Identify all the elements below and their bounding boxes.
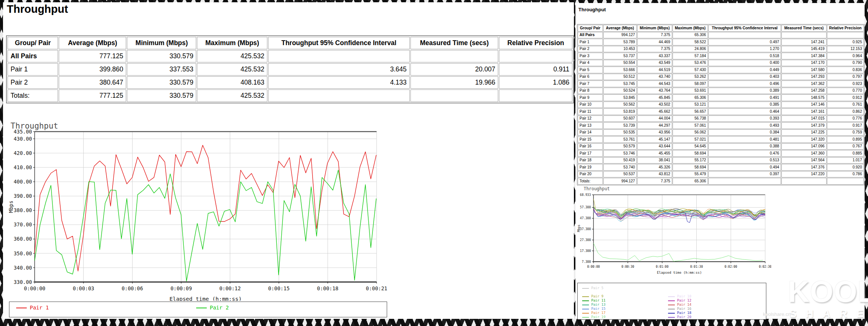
value-cell: 24.806 [673, 46, 708, 53]
row-label-cell: Pair 10 [578, 102, 603, 108]
report-table: Group/ PairAverage (Mbps)Minimum (Mbps)M… [6, 35, 574, 103]
value-cell: 53.666 [603, 67, 637, 73]
table-row: Pair 210.4537.37524.8061.270145.41912.15… [578, 46, 864, 53]
value-cell: 147.170 [781, 60, 826, 67]
svg-text:400.00: 400.00 [14, 179, 32, 185]
svg-text:0:02:30: 0:02:30 [759, 265, 771, 268]
value-cell: 7.375 [637, 32, 672, 39]
value-cell: 53.262 [673, 74, 708, 80]
value-cell [268, 89, 410, 102]
value-cell: 147.225 [781, 129, 826, 136]
value-cell: 1.017 [827, 157, 864, 164]
value-cell: 43.764 [637, 88, 672, 94]
svg-text:27.300: 27.300 [580, 238, 591, 242]
legend-label: Pair 5 [591, 286, 604, 290]
value-cell [781, 32, 826, 39]
row-label-cell: Pair 15 [578, 136, 603, 143]
chart-title: Throughput [11, 121, 58, 130]
svg-text:0:00:09: 0:00:09 [171, 285, 192, 291]
value-cell: 50.607 [603, 115, 637, 122]
value-cell: 147.161 [781, 108, 826, 115]
table-row: Pair 650.51243.74053.2620.403147.2930.79… [578, 74, 864, 80]
legend-line-swatch [582, 309, 589, 309]
table-header-cell: Relative Precision [827, 25, 864, 32]
chart-legend-small: Pair 5Pair 9Pair 11Pair 13Pair 15Pair 17… [577, 283, 766, 320]
row-label-cell: Totals: [8, 89, 58, 102]
value-cell: 57.430 [673, 67, 708, 73]
table-row: Totals:994.1277.37565.306 [578, 178, 864, 185]
value-cell: 44.543 [637, 80, 672, 87]
table-header-row: Group/ PairAverage (Mbps)Minimum (Mbps)M… [578, 25, 864, 32]
value-cell: 425.532 [197, 89, 267, 102]
svg-text:0:00:00: 0:00:00 [587, 265, 600, 268]
value-cell: 43.956 [637, 129, 672, 136]
row-label-cell: Totals: [578, 178, 603, 185]
legend-label: Pair 18 [677, 311, 691, 315]
value-cell: 0.786 [827, 171, 864, 178]
value-cell [268, 50, 410, 62]
legend-entry-pair-13: Pair 13 [582, 303, 606, 306]
value-cell: 147.293 [781, 74, 826, 80]
value-cell: 145.419 [781, 46, 826, 53]
value-cell: 53.737 [603, 53, 637, 59]
value-cell: 0.767 [827, 143, 864, 150]
value-cell: 43.502 [637, 102, 672, 108]
legend-entry-pair-9: Pair 9 [582, 294, 604, 298]
legend-label: Pair 11 [591, 299, 606, 302]
svg-text:350.00: 350.00 [14, 250, 32, 256]
throughput-chart-large: 435.00430.00420.00410.00400.00390.00380.… [7, 120, 387, 301]
value-cell: 0.770 [827, 88, 864, 94]
row-label-cell: All Pairs [578, 32, 603, 39]
value-cell: 0.917 [827, 122, 864, 129]
svg-text:390.00: 390.00 [14, 193, 32, 199]
value-cell [410, 89, 499, 102]
legend-line-swatch [582, 296, 589, 297]
legend-line-swatch [582, 300, 589, 301]
value-cell: 994.127 [603, 178, 637, 185]
value-cell: 0.384 [708, 129, 781, 136]
value-cell: 0.388 [708, 143, 781, 150]
row-label-cell: Pair 6 [578, 74, 603, 80]
value-cell: 58.522 [673, 39, 708, 45]
svg-text:410.00: 410.00 [14, 164, 32, 170]
legend-entry-pair-11: Pair 11 [582, 299, 606, 302]
row-label-cell: Pair 5 [578, 67, 603, 73]
svg-text:330.00: 330.00 [14, 279, 32, 285]
value-cell: 10.453 [603, 46, 637, 53]
chart-legend-large: Pair 1Pair 2 [9, 302, 387, 317]
watermark-brand-top: KOOL [788, 277, 868, 307]
value-cell: 147.096 [781, 143, 826, 150]
value-cell: 50.512 [603, 74, 637, 80]
value-cell [499, 50, 572, 62]
value-cell: 57.021 [673, 136, 708, 143]
value-cell: 56.657 [673, 108, 708, 115]
value-cell: 399.860 [59, 63, 126, 76]
table-header-cell: Average (Mbps) [59, 37, 126, 49]
value-cell: 58.694 [673, 150, 708, 157]
legend-label: Pair 17 [591, 311, 606, 315]
table-header-row: Group/ PairAverage (Mbps)Minimum (Mbps)M… [8, 37, 572, 49]
value-cell: 58.694 [673, 164, 708, 171]
value-cell: 0.759 [827, 129, 864, 136]
legend-label: Pair 12 [677, 299, 691, 302]
legend-entry-pair-5: Pair 5 [582, 286, 604, 290]
legend-entry-pair-2: Pair 2 [196, 305, 229, 311]
value-cell: 0.964 [827, 53, 864, 59]
table-row: Pair 1553.76145.14757.0210.481147.3200.8… [578, 136, 864, 143]
watermark-site-text: koolshare.cn [763, 311, 791, 317]
row-label-cell: All Pairs [8, 50, 58, 62]
row-label-cell: Pair 2 [578, 46, 603, 53]
legend-label: Pair 1 [30, 305, 49, 311]
svg-text:57.300: 57.300 [580, 206, 591, 209]
table-row: Pair 953.84545.84565.3060.491148.5750.91… [578, 94, 864, 101]
value-cell: 0.385 [708, 102, 781, 108]
table-header-cell: Minimum (Mbps) [127, 37, 196, 49]
report-table: Group/ PairAverage (Mbps)Minimum (Mbps)M… [577, 24, 865, 185]
legend-entry-pair-14: Pair 14 [668, 303, 691, 306]
table-header-cell: Average (Mbps) [603, 25, 637, 32]
right-report-panel: Throughput Group/ PairAverage (Mbps)Mini… [575, 3, 865, 319]
table-header-cell: Throughput 95% Confidence Interval [268, 37, 410, 49]
value-cell: 0.393 [708, 115, 781, 122]
value-cell: 43.549 [637, 60, 672, 67]
value-cell: 0.481 [708, 136, 781, 143]
